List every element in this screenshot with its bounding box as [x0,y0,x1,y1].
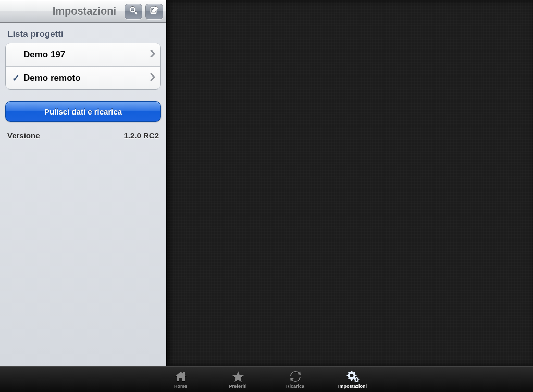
tab-favorites[interactable]: Preferiti [209,366,267,392]
tab-home-label: Home [174,384,187,389]
tabbar: Home Preferiti Ricarica [0,366,533,392]
tab-reload-label: Ricarica [286,384,304,389]
project-row-label: Demo remoto [23,73,150,83]
compose-button[interactable] [145,4,163,19]
version-label: Versione [7,131,40,140]
gear-icon [345,370,360,383]
tab-favorites-label: Preferiti [229,384,246,389]
navbar: Impostazioni [0,0,166,23]
svg-line-1 [134,11,137,14]
compose-icon [150,6,159,17]
tab-settings-label: Impostazioni [338,384,367,389]
project-row-demo-remoto[interactable]: ✓ Demo remoto [6,66,160,89]
star-icon [231,370,245,383]
search-icon [129,6,138,17]
page-title: Impostazioni [3,5,121,17]
chevron-right-icon [150,73,155,83]
section-header-projects: Lista progetti [0,23,166,43]
clear-reload-button-label: Pulisci dati e ricarica [44,107,122,116]
checkmark-icon: ✓ [12,72,23,84]
refresh-icon [289,370,302,383]
search-button[interactable] [125,4,142,19]
chevron-right-icon [150,49,155,60]
project-list: Demo 197 ✓ Demo remoto [5,43,161,90]
split-view: Impostazioni [0,0,533,366]
app-root: Impostazioni [0,0,533,392]
version-value: 1.2.0 RC2 [123,131,159,140]
clear-reload-button[interactable]: Pulisci dati e ricarica [5,101,161,122]
project-row-label: Demo 197 [23,49,150,60]
tab-settings[interactable]: Impostazioni [324,366,381,392]
tab-reload[interactable]: Ricarica [267,366,324,392]
svg-rect-3 [183,372,185,375]
svg-point-0 [130,7,135,12]
home-icon [174,370,188,383]
tab-home[interactable]: Home [152,366,209,392]
project-row-demo197[interactable]: Demo 197 [6,43,160,66]
version-row: Versione 1.2.0 RC2 [0,128,166,143]
master-sidebar: Impostazioni [0,0,167,366]
detail-pane [167,0,533,366]
